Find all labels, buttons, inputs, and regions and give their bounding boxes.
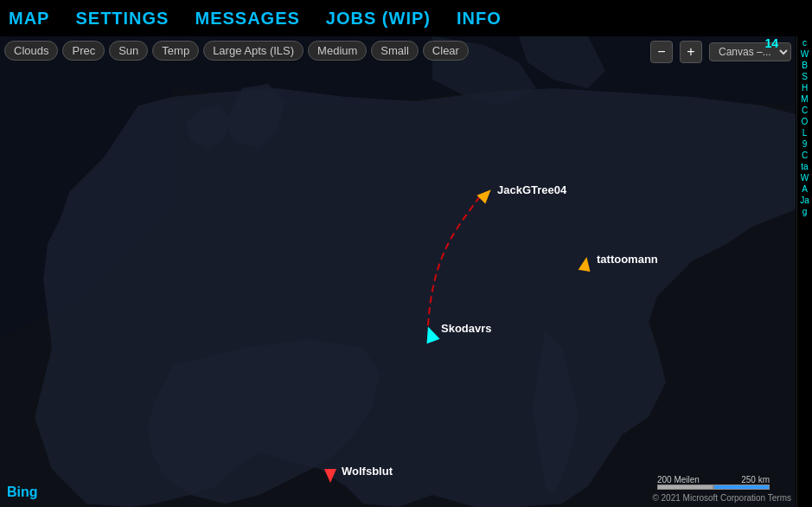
aircraft-tattoomann[interactable]: tattoomann	[579, 257, 591, 274]
nav-jobs[interactable]: JOBS (WIP)	[326, 9, 431, 29]
right-panel-item-8[interactable]: L	[802, 128, 808, 138]
scale-label-km: 250 km	[741, 475, 770, 485]
nav-settings[interactable]: SETTINGS	[75, 9, 169, 29]
filter-btn-medium[interactable]: Medium	[308, 41, 367, 61]
filter-bar: CloudsPrecSunTempLarge Apts (ILS)MediumS…	[4, 41, 469, 61]
zoom-out-button[interactable]: −	[650, 41, 673, 63]
aircraft-skodavrs[interactable]: Skodavrs	[424, 326, 438, 345]
right-panel-item-12[interactable]: W	[801, 173, 809, 183]
nav-info[interactable]: INFO	[457, 9, 502, 29]
filter-btn-sun[interactable]: Sun	[109, 41, 148, 61]
aircraft-jackgtree04[interactable]: JackGTree04	[480, 188, 492, 205]
right-panel-item-9[interactable]: 9	[802, 139, 808, 149]
corner-number: 14	[764, 36, 778, 50]
top-nav: MAP SETTINGS MESSAGES JOBS (WIP) INFO	[0, 0, 812, 36]
bing-label: Bing	[7, 485, 38, 499]
scale-label-miles: 200 Meilen	[657, 475, 700, 485]
scale-seg-km	[713, 485, 770, 490]
right-panel-item-13[interactable]: A	[802, 184, 808, 194]
scale-bar: 200 Meilen 250 km	[657, 475, 770, 490]
right-panel-item-14[interactable]: Ja	[800, 196, 809, 205]
map-background	[0, 36, 796, 507]
filter-btn-large-apts[interactable]: Large Apts (ILS)	[203, 41, 304, 61]
aircraft-arrow-skodavrs	[421, 324, 439, 343]
right-panel-item-2[interactable]: B	[802, 61, 808, 70]
right-panel-item-0[interactable]: c	[802, 38, 807, 48]
bing-logo: Bing	[7, 485, 38, 500]
map-svg	[0, 36, 796, 507]
nav-messages[interactable]: MESSAGES	[195, 9, 299, 29]
right-panel-item-4[interactable]: H	[802, 83, 808, 93]
right-panel-item-10[interactable]: C	[802, 151, 808, 160]
filter-btn-prec[interactable]: Prec	[62, 41, 105, 61]
filter-btn-clear[interactable]: Clear	[423, 41, 469, 61]
right-panel-item-7[interactable]: O	[802, 117, 809, 126]
filter-btn-clouds[interactable]: Clouds	[4, 41, 58, 61]
aircraft-arrow-tattoomann	[579, 256, 593, 272]
right-panel-item-6[interactable]: C	[802, 106, 808, 115]
scale-seg-miles	[657, 485, 713, 490]
aircraft-wolfsblut[interactable]: Wolfsblut	[324, 469, 336, 486]
right-panel-item-11[interactable]: ta	[801, 162, 808, 171]
aircraft-arrow-wolfsblut	[324, 469, 336, 483]
right-panel-item-5[interactable]: M	[801, 94, 808, 104]
nav-map[interactable]: MAP	[9, 9, 49, 29]
right-panel: cWBSHMCOL9CtaWAJag	[796, 36, 812, 507]
zoom-in-button[interactable]: +	[680, 41, 702, 63]
map-container[interactable]: CloudsPrecSunTempLarge Apts (ILS)MediumS…	[0, 36, 796, 507]
right-panel-item-15[interactable]: g	[802, 207, 808, 216]
copyright: © 2021 Microsoft Corporation Terms	[652, 493, 791, 503]
filter-btn-temp[interactable]: Temp	[152, 41, 199, 61]
right-panel-item-3[interactable]: S	[802, 72, 808, 81]
map-style-select[interactable]: Canvas –...	[709, 42, 791, 61]
filter-btn-small[interactable]: Small	[371, 41, 419, 61]
right-panel-item-1[interactable]: W	[801, 49, 809, 59]
